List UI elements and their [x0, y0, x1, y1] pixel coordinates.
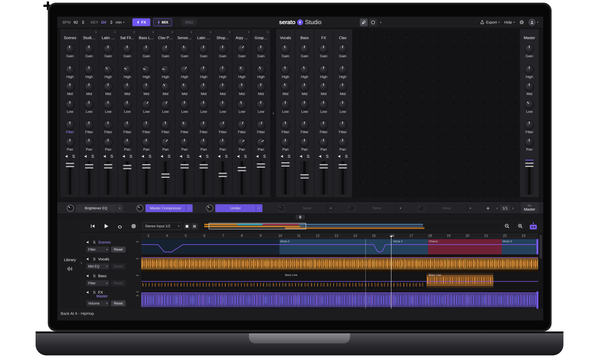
mute-speaker-icon[interactable]	[161, 155, 165, 158]
high-knob[interactable]	[257, 66, 265, 74]
high-knob[interactable]	[161, 66, 170, 74]
volume-fader[interactable]	[161, 161, 170, 195]
mute-speaker-icon[interactable]	[180, 155, 184, 158]
solo-button[interactable]: S	[206, 154, 209, 159]
collapse-track-chevron[interactable]	[136, 295, 139, 297]
filter-knob[interactable]	[281, 121, 290, 129]
chevron-down-icon[interactable]: ▾	[186, 204, 193, 212]
library-panel[interactable]: Library	[61, 220, 79, 309]
track-reset-button[interactable]: Reset	[111, 300, 126, 306]
volume-fader[interactable]	[123, 161, 132, 195]
collapse-track-chevron[interactable]	[136, 274, 139, 277]
track-param-select[interactable]: Filter▾	[86, 247, 109, 252]
solo-button[interactable]: S	[244, 154, 247, 159]
zoom-in-button[interactable]	[516, 222, 525, 230]
playhead[interactable]	[391, 236, 391, 309]
fx-slot-select-1[interactable]: Brightener EQ▾	[76, 204, 123, 212]
filter-knob[interactable]	[238, 121, 246, 129]
gain-knob[interactable]	[281, 45, 290, 53]
gain-knob[interactable]	[66, 45, 74, 53]
volume-fader[interactable]	[281, 161, 290, 195]
low-knob[interactable]	[319, 100, 328, 109]
mixer-collapse-handle[interactable]: ‹	[271, 29, 276, 197]
track-param-select[interactable]: Volume▾	[86, 300, 109, 306]
mute-speaker-icon[interactable]	[218, 155, 222, 158]
solo-button[interactable]: S	[345, 154, 348, 159]
master-automation-line[interactable]	[141, 293, 538, 293]
pan-knob[interactable]	[339, 138, 347, 147]
mid-knob[interactable]	[142, 83, 150, 91]
track-solo-button[interactable]: S	[93, 257, 96, 261]
mid-knob[interactable]	[180, 83, 189, 91]
pan-knob[interactable]	[525, 138, 533, 147]
volume-fader[interactable]	[257, 161, 265, 195]
solo-button[interactable]: S	[149, 154, 151, 159]
fader-cap[interactable]	[180, 164, 189, 168]
pan-knob[interactable]	[85, 138, 93, 147]
mute-speaker-icon[interactable]	[123, 155, 127, 158]
low-knob[interactable]	[200, 100, 208, 109]
low-knob[interactable]	[85, 100, 93, 109]
zoom-out-button[interactable]	[503, 222, 511, 230]
filter-knob[interactable]	[200, 121, 208, 129]
volume-fader[interactable]	[525, 161, 533, 195]
mute-speaker-icon[interactable]	[65, 155, 69, 158]
mute-speaker-icon[interactable]	[300, 155, 304, 158]
pan-knob[interactable]	[142, 138, 150, 147]
mid-knob[interactable]	[104, 83, 112, 91]
mid-knob[interactable]	[281, 83, 290, 91]
low-knob[interactable]	[238, 100, 246, 109]
solo-button[interactable]: S	[263, 154, 266, 159]
scale-select[interactable]: min ▾	[116, 20, 125, 25]
filter-knob[interactable]	[300, 121, 309, 129]
channel-expand-icon[interactable]: ›	[80, 29, 98, 35]
volume-fader[interactable]	[142, 161, 150, 195]
scrollbar-thumb[interactable]	[539, 234, 542, 259]
master-track-lane[interactable]	[141, 291, 538, 309]
pan-knob[interactable]	[219, 138, 227, 147]
solo-button[interactable]: S	[130, 154, 132, 159]
solo-button[interactable]: S	[91, 154, 94, 159]
overview-viewport[interactable]	[209, 223, 306, 229]
low-knob[interactable]	[104, 100, 112, 109]
pan-knob[interactable]	[161, 138, 170, 147]
bar-ruler[interactable]: 34567891011121314151617181920212223	[141, 233, 538, 238]
pan-knob[interactable]	[123, 138, 132, 147]
count-in-button[interactable]	[191, 223, 198, 230]
high-knob[interactable]	[85, 66, 93, 74]
collapse-track-chevron[interactable]	[136, 241, 139, 243]
solo-button[interactable]: S	[72, 154, 75, 159]
mid-knob[interactable]	[85, 83, 93, 91]
bass-track-lane[interactable]: Bass LineBass Line	[141, 273, 538, 288]
pan-knob[interactable]	[319, 138, 328, 147]
high-knob[interactable]	[300, 66, 309, 74]
mute-speaker-icon[interactable]	[84, 155, 88, 158]
settings-gear-button[interactable]	[519, 20, 524, 25]
scenes-automation-line[interactable]	[141, 239, 538, 254]
auto-assist-button[interactable]	[529, 222, 537, 230]
vertical-scrollbar[interactable]	[538, 233, 543, 309]
high-knob[interactable]	[123, 66, 132, 74]
monitor-toggle-button[interactable]	[184, 223, 190, 230]
high-knob[interactable]	[238, 66, 246, 74]
filter-knob[interactable]	[219, 121, 227, 129]
mute-speaker-icon[interactable]	[237, 155, 241, 158]
chevron-down-icon[interactable]: ▾	[256, 204, 263, 212]
fx-view-button[interactable]: FX	[132, 18, 150, 26]
mid-knob[interactable]	[525, 83, 533, 91]
chevron-down-icon[interactable]: ▾	[116, 204, 123, 212]
gain-knob[interactable]	[142, 45, 150, 53]
fader-cap[interactable]	[85, 164, 93, 168]
song-overview-strip[interactable]	[201, 223, 501, 230]
solo-button[interactable]: S	[307, 154, 310, 159]
gain-knob[interactable]	[238, 45, 246, 53]
pan-knob[interactable]	[200, 138, 208, 147]
high-knob[interactable]	[142, 66, 150, 74]
gain-knob[interactable]	[257, 45, 265, 53]
gain-knob[interactable]	[200, 45, 208, 53]
high-knob[interactable]	[180, 66, 189, 74]
solo-button[interactable]: S	[326, 154, 329, 159]
record-button[interactable]	[130, 222, 138, 230]
shield-icon-button[interactable]	[369, 18, 377, 26]
export-menu[interactable]: Export ▾	[480, 20, 500, 25]
